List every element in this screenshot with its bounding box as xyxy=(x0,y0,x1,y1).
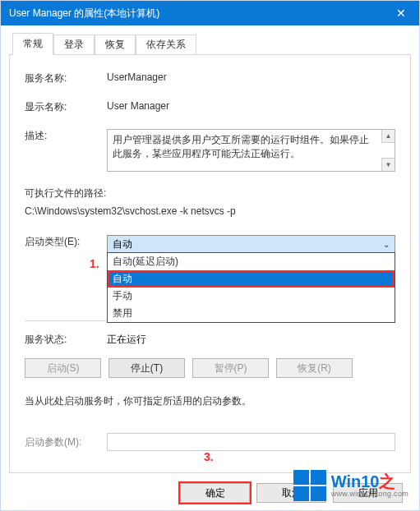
resume-button[interactable]: 恢复(R) xyxy=(276,358,353,378)
value-service-name: UserManager xyxy=(107,71,395,83)
start-params-input[interactable] xyxy=(107,433,395,451)
watermark: Win10之 www.win10xitong.com xyxy=(293,470,408,501)
tab-dependencies[interactable]: 依存关系 xyxy=(136,35,196,57)
label-display-name: 显示名称: xyxy=(25,100,107,114)
window-title: User Manager 的属性(本地计算机) xyxy=(9,7,383,21)
startup-type-dropdown: 自动(延迟启动) 自动 手动 禁用 xyxy=(107,252,395,323)
tab-label: 登录 xyxy=(64,39,84,50)
option-auto-delayed[interactable]: 自动(延迟启动) xyxy=(108,253,395,270)
button-label: 暂停(P) xyxy=(215,361,247,375)
tabstrip: 常规 登录 恢复 依存关系 xyxy=(12,33,411,55)
start-button[interactable]: 启动(S) xyxy=(25,358,101,378)
watermark-url: www.win10xitong.com xyxy=(331,490,408,498)
description-text: 用户管理器提供多用户交互所需要的运行时组件。如果停止此服务，某些应用程序可能无法… xyxy=(113,133,390,161)
label-start-params: 启动参数(M): xyxy=(25,435,107,449)
option-label: 自动(延迟启动) xyxy=(113,256,178,267)
button-label: 启动(S) xyxy=(47,361,80,375)
annotation-3: 3. xyxy=(204,450,214,463)
watermark-brand: Win10之 xyxy=(331,473,408,490)
option-manual[interactable]: 手动 xyxy=(108,288,395,305)
tab-general[interactable]: 常规 xyxy=(12,33,53,55)
close-button[interactable]: ✕ xyxy=(383,1,419,25)
tab-logon[interactable]: 登录 xyxy=(53,35,95,57)
button-label: 停止(T) xyxy=(131,361,163,375)
description-box[interactable]: 用户管理器提供多用户交互所需要的运行时组件。如果停止此服务，某些应用程序可能无法… xyxy=(107,129,395,172)
start-param-note: 当从此处启动服务时，你可指定所适用的启动参数。 xyxy=(25,394,395,408)
tab-label: 依存关系 xyxy=(146,39,186,50)
button-label: 恢复(R) xyxy=(298,361,331,375)
label-service-name: 服务名称: xyxy=(25,71,107,85)
brand-main: Win10 xyxy=(331,472,380,490)
tab-label: 常规 xyxy=(23,38,43,49)
brand-zhi: 之 xyxy=(379,472,395,490)
option-label: 自动 xyxy=(113,273,132,284)
value-display-name: User Manager xyxy=(107,100,395,112)
option-auto[interactable]: 自动 xyxy=(108,270,395,288)
stop-button[interactable]: 停止(T) xyxy=(108,358,185,378)
annotation-1: 1. xyxy=(90,257,99,270)
label-description: 描述: xyxy=(25,129,107,143)
option-label: 手动 xyxy=(113,290,132,302)
close-icon: ✕ xyxy=(396,7,406,20)
chevron-down-icon: ⌄ xyxy=(380,237,393,251)
scroll-down-icon[interactable]: ▼ xyxy=(381,158,395,171)
option-label: 禁用 xyxy=(113,307,132,319)
option-disabled[interactable]: 禁用 xyxy=(108,305,395,322)
combo-selected-text: 自动 xyxy=(113,237,132,251)
startup-type-combobox[interactable]: 自动 ⌄ xyxy=(107,235,395,253)
tab-recovery[interactable]: 恢复 xyxy=(95,35,136,57)
pause-button[interactable]: 暂停(P) xyxy=(192,358,269,378)
button-label: 确定 xyxy=(205,486,225,500)
content-panel: 常规 登录 恢复 依存关系 服务名称: UserManager 显示名称: Us… xyxy=(1,25,419,510)
scroll-up-icon[interactable]: ▲ xyxy=(381,130,395,143)
ok-button[interactable]: 确定 xyxy=(180,483,250,503)
value-service-status: 正在运行 xyxy=(107,333,146,347)
value-exe-path: C:\Windows\system32\svchost.exe -k netsv… xyxy=(25,205,395,217)
tab-label: 恢复 xyxy=(105,39,125,50)
titlebar: User Manager 的属性(本地计算机) ✕ xyxy=(1,1,419,25)
label-service-status: 服务状态: xyxy=(25,333,107,347)
label-startup-type: 启动类型(E): xyxy=(25,235,107,249)
tab-page-general: 服务名称: UserManager 显示名称: User Manager 描述:… xyxy=(9,54,411,473)
label-exe-path: 可执行文件的路径: xyxy=(25,186,395,200)
windows-logo-icon xyxy=(293,470,326,501)
